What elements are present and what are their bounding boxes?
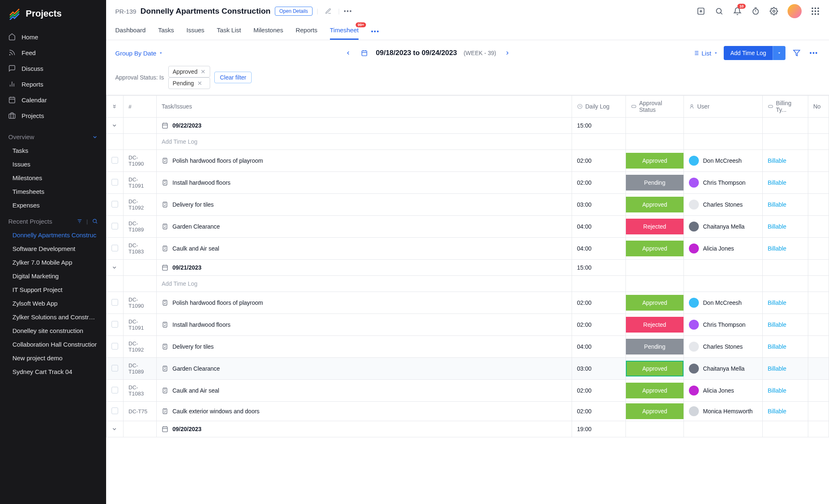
notifications-icon[interactable]: 10	[733, 7, 742, 16]
expand-all-header[interactable]	[107, 96, 124, 118]
status-badge[interactable]: Rejected	[626, 317, 684, 333]
chevron-down-icon[interactable]	[112, 426, 118, 432]
tabs-more-icon[interactable]: •••	[371, 28, 380, 35]
date-group-header[interactable]: 09/22/202315:00	[107, 118, 829, 134]
chevron-down-icon[interactable]	[112, 123, 118, 128]
row-checkbox[interactable]	[112, 201, 118, 207]
search-icon[interactable]	[715, 7, 724, 16]
recent-project-item[interactable]: Zylker 7.0 Mobile App	[0, 256, 106, 269]
recent-project-item[interactable]: New project demo	[0, 351, 106, 365]
billing-type[interactable]: Billable	[768, 408, 786, 415]
tab-issues[interactable]: Issues	[187, 23, 204, 40]
column-status[interactable]: Approval Status	[626, 96, 684, 118]
add-time-log-row[interactable]: Add Time Log	[107, 134, 829, 150]
status-badge[interactable]: Approved	[626, 403, 684, 419]
settings-icon[interactable]	[769, 7, 778, 16]
calendar-picker-icon[interactable]	[359, 48, 369, 58]
more-icon[interactable]: •••	[808, 48, 820, 58]
sidebar-item-feed[interactable]: Feed	[0, 45, 106, 60]
timer-icon[interactable]	[751, 7, 760, 16]
timesheet-row[interactable]: DC-T1083Caulk and Air seal04:00ApprovedA…	[107, 238, 829, 260]
billing-type[interactable]: Billable	[768, 223, 786, 230]
recent-project-item[interactable]: Collaboration Hall Constructior	[0, 338, 106, 351]
tab-dashboard[interactable]: Dashboard	[115, 23, 145, 40]
recent-project-item[interactable]: IT Support Project	[0, 283, 106, 297]
billing-type[interactable]: Billable	[768, 299, 786, 306]
status-badge[interactable]: Rejected	[626, 219, 684, 234]
timesheet-row[interactable]: DC-T1089Garden Clearance04:00RejectedCha…	[107, 216, 829, 238]
next-week-button[interactable]	[503, 48, 512, 58]
timesheet-row[interactable]: DC-T1090Polish hardwood floors of playro…	[107, 150, 829, 172]
tab-tasks[interactable]: Tasks	[158, 23, 174, 40]
row-checkbox[interactable]	[112, 321, 118, 328]
timesheet-row[interactable]: DC-T1091Install hardwood floors02:00Reje…	[107, 314, 829, 336]
recent-project-item[interactable]: Zylsoft Web App	[0, 297, 106, 310]
sidebar-item-projects[interactable]: Projects	[0, 108, 106, 123]
status-badge[interactable]: Approved	[626, 383, 684, 398]
add-time-log-dropdown[interactable]	[773, 46, 785, 60]
filter-icon[interactable]	[77, 218, 82, 224]
tab-reports[interactable]: Reports	[296, 23, 318, 40]
overview-item[interactable]: Milestones	[0, 171, 106, 185]
billing-type[interactable]: Billable	[768, 179, 786, 186]
tab-timesheet[interactable]: Timesheet99+	[330, 23, 359, 40]
recent-project-item[interactable]: Digital Marketing	[0, 269, 106, 283]
recent-project-item[interactable]: Sydney Cart Track 04	[0, 365, 106, 379]
user-avatar[interactable]	[788, 4, 802, 18]
billing-type[interactable]: Billable	[768, 245, 786, 252]
row-checkbox[interactable]	[112, 179, 118, 186]
search-icon[interactable]	[92, 218, 98, 224]
recent-project-item[interactable]: Software Development	[0, 242, 106, 256]
status-badge[interactable]: Approved	[626, 197, 684, 212]
row-checkbox[interactable]	[112, 343, 118, 350]
app-logo[interactable]: Projects	[0, 0, 106, 27]
timesheet-row[interactable]: DC-T1091Install hardwood floors02:00Pend…	[107, 172, 829, 194]
column-notes[interactable]: No	[808, 96, 829, 118]
billing-type[interactable]: Billable	[768, 343, 786, 350]
sidebar-item-calendar[interactable]: Calendar	[0, 92, 106, 108]
view-mode-dropdown[interactable]: List	[693, 50, 718, 57]
overview-section-header[interactable]: Overview	[0, 128, 106, 144]
prev-week-button[interactable]	[344, 48, 353, 58]
billing-type[interactable]: Billable	[768, 365, 786, 372]
filter-icon[interactable]	[791, 48, 802, 58]
tab-milestones[interactable]: Milestones	[253, 23, 283, 40]
sidebar-item-discuss[interactable]: Discuss	[0, 60, 106, 76]
tab-task-list[interactable]: Task List	[217, 23, 241, 40]
overview-item[interactable]: Tasks	[0, 144, 106, 157]
status-badge[interactable]: Approved	[626, 241, 684, 256]
overview-item[interactable]: Timesheets	[0, 185, 106, 198]
edit-icon[interactable]	[322, 8, 334, 14]
timesheet-row[interactable]: DC-T1089Garden Clearance03:00ApprovedCha…	[107, 358, 829, 380]
group-by-dropdown[interactable]: Group By Date	[115, 50, 163, 57]
row-checkbox[interactable]	[112, 299, 118, 306]
timesheet-row[interactable]: DC-T1092Delivery for tiles04:00PendingCh…	[107, 336, 829, 358]
status-badge[interactable]: Approved	[626, 153, 684, 169]
apps-grid-icon[interactable]	[811, 7, 820, 16]
billing-type[interactable]: Billable	[768, 201, 786, 208]
chip-remove-icon[interactable]: ✕	[201, 68, 206, 75]
row-checkbox[interactable]	[112, 365, 118, 371]
clear-filter-button[interactable]: Clear filter	[214, 72, 252, 83]
date-group-header[interactable]: 09/21/202315:00	[107, 260, 829, 276]
recent-project-item[interactable]: Donelley site construction	[0, 324, 106, 338]
add-time-log-button[interactable]: Add Time Log	[724, 46, 773, 60]
status-badge[interactable]: Approved	[626, 361, 684, 376]
column-billing[interactable]: Billing Ty...	[763, 96, 808, 118]
column-daily-log[interactable]: Daily Log	[572, 96, 626, 118]
status-badge[interactable]: Pending	[626, 175, 684, 191]
row-checkbox[interactable]	[112, 408, 118, 414]
timesheet-row[interactable]: DC-T1090Polish hardwood floors of playro…	[107, 292, 829, 314]
timesheet-row[interactable]: DC-T1083Caulk and Air seal02:00ApprovedA…	[107, 380, 829, 402]
column-task[interactable]: Task/Issues	[157, 96, 572, 118]
column-user[interactable]: User	[684, 96, 763, 118]
chevron-down-icon[interactable]	[112, 265, 118, 270]
status-badge[interactable]: Pending	[626, 339, 684, 354]
open-details-button[interactable]: Open Details	[275, 7, 313, 16]
add-time-log-row[interactable]: Add Time Log	[107, 276, 829, 292]
add-icon[interactable]	[696, 7, 705, 16]
billing-type[interactable]: Billable	[768, 157, 786, 164]
sidebar-item-reports[interactable]: Reports	[0, 76, 106, 92]
timesheet-row[interactable]: DC-T1092Delivery for tiles03:00ApprovedC…	[107, 194, 829, 216]
overview-item[interactable]: Expenses	[0, 198, 106, 212]
